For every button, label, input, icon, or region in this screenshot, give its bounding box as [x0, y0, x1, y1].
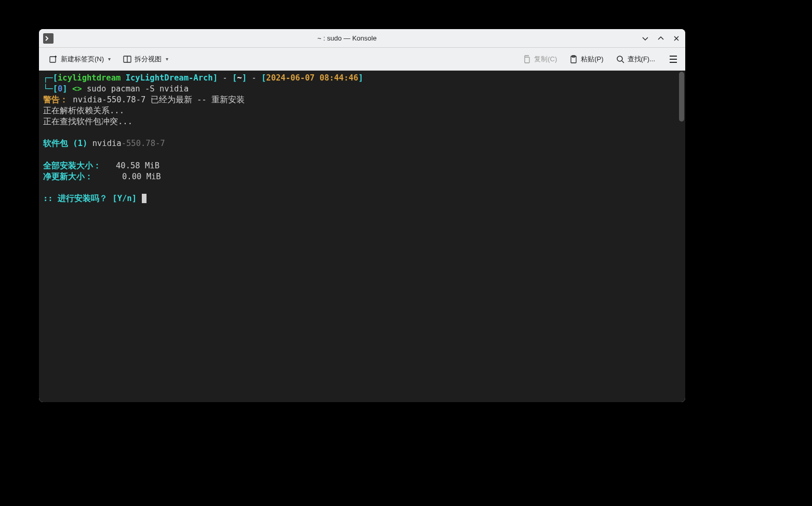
maximize-button[interactable]: [656, 34, 665, 43]
app-icon: [43, 33, 54, 44]
chevron-down-icon: ▾: [166, 56, 168, 62]
chevron-down-icon: ▾: [108, 56, 111, 62]
svg-line-7: [622, 61, 624, 63]
terminal-area[interactable]: ┌─[icylightdream IcyLightDream-Arch] - […: [39, 71, 685, 402]
split-view-label: 拆分视图: [135, 55, 162, 64]
scrollbar[interactable]: [679, 72, 684, 122]
new-tab-label: 新建标签页(N): [61, 55, 104, 64]
new-tab-button[interactable]: 新建标签页(N) ▾: [45, 52, 115, 66]
terminal-cursor: [142, 194, 147, 203]
toolbar: 新建标签页(N) ▾ 拆分视图 ▾ 复制(C) 粘贴(P): [39, 48, 685, 71]
search-icon: [616, 55, 624, 63]
copy-label: 复制(C): [534, 55, 557, 64]
svg-point-6: [617, 56, 622, 61]
konsole-window: ~ : sudo — Konsole 新建标签页(N) ▾ 拆分视图: [39, 29, 685, 402]
find-label: 查找(F)...: [628, 55, 655, 64]
titlebar: ~ : sudo — Konsole: [39, 29, 685, 48]
window-controls: [641, 34, 681, 43]
terminal-output: ┌─[icylightdream IcyLightDream-Arch] - […: [43, 73, 681, 204]
close-button[interactable]: [672, 34, 681, 43]
find-button[interactable]: 查找(F)...: [612, 52, 659, 66]
minimize-button[interactable]: [641, 34, 650, 43]
new-tab-icon: [49, 55, 58, 63]
copy-icon: [523, 55, 531, 63]
paste-icon: [569, 55, 578, 63]
split-view-button[interactable]: 拆分视图 ▾: [119, 52, 172, 66]
menu-button[interactable]: [668, 54, 679, 65]
svg-rect-0: [50, 57, 56, 62]
paste-button[interactable]: 粘贴(P): [565, 52, 607, 66]
paste-label: 粘贴(P): [581, 55, 603, 64]
copy-button[interactable]: 复制(C): [518, 52, 561, 66]
split-view-icon: [123, 55, 131, 63]
svg-rect-3: [525, 57, 529, 63]
window-title: ~ : sudo — Konsole: [54, 34, 641, 42]
